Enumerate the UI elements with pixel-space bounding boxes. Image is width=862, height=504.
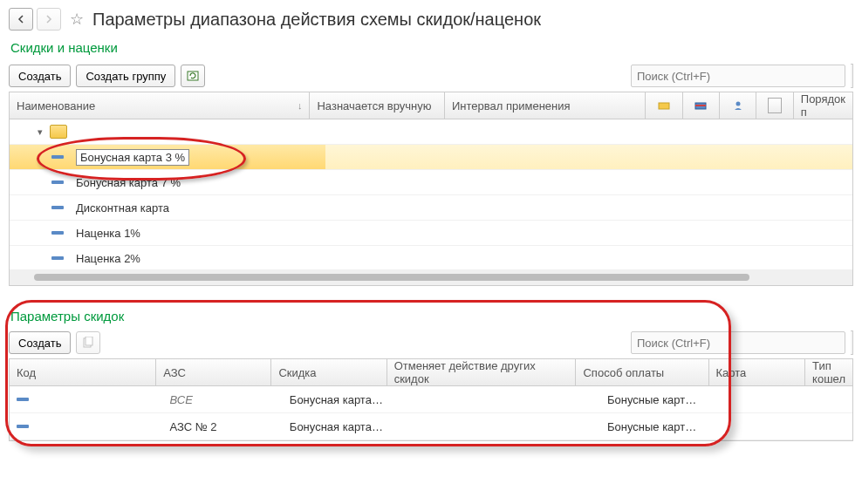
tree-row-item[interactable]: Бонусная карта 7 % <box>10 170 852 195</box>
params-grid: Код АЗС Скидка Отменяет действие других … <box>9 358 853 441</box>
search-input[interactable] <box>631 65 845 87</box>
tree-row-item[interactable]: Дисконтная карта <box>10 195 852 221</box>
column-card-icon <box>694 99 707 112</box>
nav-forward-button[interactable] <box>37 8 61 31</box>
item-icon <box>17 398 29 401</box>
item-icon <box>51 180 64 184</box>
cell-azs: АЗС № 2 <box>162 420 282 433</box>
table-row[interactable]: АЗС № 2Бонусная карта…Бонусные карт… <box>10 413 852 440</box>
create-button[interactable]: Создать <box>9 65 71 87</box>
arrow-left-icon <box>17 15 25 24</box>
column-header-card[interactable]: Карта <box>709 359 806 385</box>
create-group-button[interactable]: Создать группу <box>76 65 175 87</box>
tree-row-root[interactable]: ▾ <box>10 119 852 145</box>
tree-item-label: Бонусная карта 7 % <box>76 176 181 189</box>
horizontal-scrollbar[interactable] <box>10 269 852 285</box>
tree-item-label: Бонусная карта 3 % <box>76 149 189 166</box>
column-header-icon-1[interactable] <box>646 92 682 119</box>
favorite-star-icon[interactable]: ☆ <box>68 10 86 28</box>
cell-payment: Бонусные карт… <box>600 420 738 433</box>
tree-item-label: Наценка 2% <box>76 252 140 265</box>
discounts-grid: Наименование ↓ Назначается вручную Интер… <box>9 92 853 286</box>
column-money-icon <box>658 99 670 112</box>
spreadsheet-refresh-icon <box>187 70 199 82</box>
scrollbar-thumb[interactable] <box>34 274 749 281</box>
column-header-icon-2[interactable] <box>683 92 720 119</box>
svg-rect-3 <box>695 105 706 106</box>
copy-button[interactable] <box>76 331 100 354</box>
column-header-icon-4[interactable] <box>756 92 793 119</box>
create-param-button[interactable]: Создать <box>9 331 71 354</box>
tree-item-label: Наценка 1% <box>76 227 140 240</box>
cell-discount: Бонусная карта… <box>283 393 402 406</box>
cell-discount: Бонусная карта… <box>283 420 402 433</box>
item-icon <box>51 206 64 209</box>
column-header-cancels[interactable]: Отменяет действие других скидок <box>387 359 577 385</box>
section-title-params: Параметры скидок <box>9 305 853 327</box>
tree-item-label: Дисконтная карта <box>76 201 169 215</box>
arrow-right-icon <box>44 15 53 24</box>
item-icon <box>51 155 64 159</box>
column-header-payment[interactable]: Способ оплаты <box>576 359 708 385</box>
svg-rect-1 <box>659 103 669 109</box>
discount-params-section: Параметры скидок Создать Код АЗС Скидка … <box>9 305 853 441</box>
cell-azs: ВСЕ <box>162 393 282 406</box>
column-header-icon-3[interactable] <box>720 92 756 119</box>
column-header-wallet[interactable]: Тип кошел <box>805 359 852 385</box>
svg-point-4 <box>735 102 740 106</box>
column-header-discount[interactable]: Скидка <box>271 359 387 385</box>
column-header-name-label: Наименование <box>17 99 95 112</box>
column-header-code[interactable]: Код <box>10 359 156 385</box>
cell-payment: Бонусные карт… <box>600 393 738 406</box>
table-row[interactable]: ВСЕБонусная карта…Бонусные карт… <box>10 386 852 413</box>
page-title: Параметры диапазона действия схемы скидо… <box>92 10 541 30</box>
column-person-icon <box>732 99 744 112</box>
column-header-interval[interactable]: Интервал применения <box>445 92 646 119</box>
search-trailing <box>851 64 853 88</box>
tree-row-item[interactable]: Наценка 2% <box>10 246 852 269</box>
search-input-params[interactable] <box>631 331 845 354</box>
refresh-button[interactable] <box>181 65 205 87</box>
tree-row-item[interactable]: Бонусная карта 3 % <box>10 145 852 170</box>
svg-rect-6 <box>86 337 92 345</box>
column-header-azs[interactable]: АЗС <box>156 359 271 385</box>
column-header-name[interactable]: Наименование ↓ <box>10 92 310 119</box>
nav-back-button[interactable] <box>9 8 33 31</box>
column-header-order[interactable]: Порядок п <box>794 92 852 119</box>
tree-row-item[interactable]: Наценка 1% <box>10 221 852 246</box>
copy-icon <box>82 337 94 349</box>
search-trailing-2 <box>851 330 853 355</box>
tree-collapse-icon[interactable]: ▾ <box>34 126 46 138</box>
column-header-manual[interactable]: Назначается вручную <box>310 92 445 119</box>
section-title-discounts: Скидки и наценки <box>9 37 853 58</box>
column-document-icon <box>768 98 782 113</box>
sort-indicator-icon: ↓ <box>298 100 303 111</box>
item-icon <box>51 231 64 235</box>
item-icon <box>51 256 64 260</box>
folder-icon <box>50 125 67 139</box>
item-icon <box>17 425 29 428</box>
